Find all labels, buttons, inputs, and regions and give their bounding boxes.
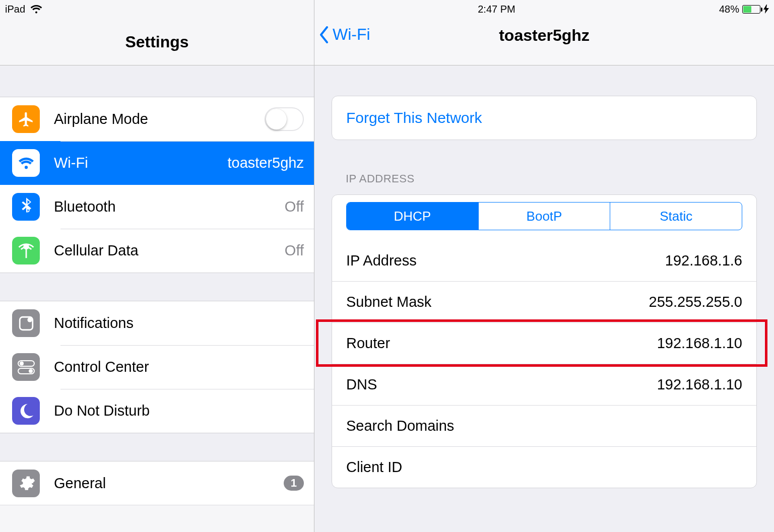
statusbar-left: iPad — [0, 0, 314, 18]
sidebar-item-notifications[interactable]: Notifications — [0, 301, 314, 345]
airplane-icon — [12, 105, 40, 133]
control-center-icon — [12, 353, 40, 381]
wifi-signal-icon — [30, 5, 42, 14]
airplane-mode-toggle[interactable] — [265, 107, 304, 131]
ip-row-value: 192.168.1.10 — [657, 376, 742, 393]
sidebar-item-label: Airplane Mode — [54, 111, 265, 127]
sidebar-item-label: Do Not Disturb — [54, 403, 304, 419]
app-root: iPad Settings Airplane Mode Wi-Fi — [0, 0, 774, 532]
ip-row-label: Subnet Mask — [346, 294, 431, 310]
sidebar-item-cellular-data[interactable]: Cellular Data Off — [0, 229, 314, 273]
forget-network-card: Forget This Network — [332, 96, 757, 140]
svg-point-3 — [20, 361, 24, 365]
wifi-icon — [12, 149, 40, 177]
sidebar-item-label: Notifications — [54, 315, 304, 331]
sidebar-item-label: Cellular Data — [54, 242, 285, 259]
ip-row-search-domains[interactable]: Search Domains — [332, 405, 756, 446]
sidebar-item-control-center[interactable]: Control Center — [0, 345, 314, 389]
ip-row-client-id[interactable]: Client ID — [332, 446, 756, 488]
segment-dhcp[interactable]: DHCP — [347, 203, 478, 230]
sidebar-item-bluetooth[interactable]: Bluetooth Off — [0, 185, 314, 229]
group-spacer — [0, 65, 314, 97]
sidebar-item-general[interactable]: General 1 — [0, 461, 314, 505]
battery-icon — [742, 5, 760, 14]
sidebar-item-label: Control Center — [54, 359, 304, 375]
sidebar-item-trailing: Off — [285, 198, 304, 215]
statusbar-time: 2:47 PM — [274, 4, 719, 15]
ip-row-label: Router — [346, 335, 390, 352]
ip-row-value: 192.168.1.10 — [657, 335, 742, 352]
sidebar: iPad Settings Airplane Mode Wi-Fi — [0, 0, 314, 532]
notifications-icon — [12, 309, 40, 337]
sidebar-item-airplane-mode[interactable]: Airplane Mode — [0, 97, 314, 141]
do-not-disturb-icon — [12, 397, 40, 425]
charging-icon — [763, 5, 769, 14]
ip-row-label: Search Domains — [346, 418, 454, 434]
ip-row-dns[interactable]: DNS 192.168.1.10 — [332, 364, 756, 405]
ip-mode-segmented-control[interactable]: DHCP BootP Static — [346, 202, 742, 230]
ip-row-label: IP Address — [346, 252, 417, 269]
sidebar-title: Settings — [0, 18, 314, 65]
sidebar-group-0: Airplane Mode Wi-Fi toaster5ghz Bluetoot… — [0, 97, 314, 273]
ip-row-value: 255.255.255.0 — [649, 294, 742, 310]
sidebar-item-do-not-disturb[interactable]: Do Not Disturb — [0, 389, 314, 433]
device-name: iPad — [5, 4, 25, 15]
sidebar-item-trailing: toaster5ghz — [227, 155, 304, 171]
sidebar-group-2: General 1 — [0, 461, 314, 505]
sidebar-group-1: Notifications Control Center Do Not Dist… — [0, 301, 314, 433]
battery-fill — [743, 6, 751, 13]
statusbar-right: 2:47 PM 48% — [314, 0, 774, 18]
sidebar-item-label: General — [54, 475, 284, 492]
bluetooth-icon — [12, 193, 40, 221]
segment-static[interactable]: Static — [610, 203, 742, 230]
battery-percent: 48% — [719, 4, 739, 15]
sidebar-item-wifi[interactable]: Wi-Fi toaster5ghz — [0, 141, 314, 185]
general-badge: 1 — [284, 476, 304, 491]
ip-row-label: Client ID — [346, 459, 402, 476]
ip-address-section-label: IP ADDRESS — [346, 172, 757, 185]
detail-title: toaster5ghz — [314, 26, 774, 45]
svg-point-5 — [29, 369, 33, 373]
ip-row-value: 192.168.1.6 — [665, 252, 742, 269]
ip-row-subnet-mask[interactable]: Subnet Mask 255.255.255.0 — [332, 281, 756, 322]
forget-network-button[interactable]: Forget This Network — [332, 96, 756, 140]
general-icon — [12, 470, 40, 497]
detail-content: Forget This Network IP ADDRESS DHCP Boot… — [314, 96, 774, 488]
cellular-icon — [12, 237, 40, 264]
detail-pane: 2:47 PM 48% Wi-Fi toaster5ghz Forget Thi… — [314, 0, 774, 532]
ip-row-ip-address[interactable]: IP Address 192.168.1.6 — [332, 240, 756, 281]
sidebar-item-label: Wi-Fi — [54, 155, 227, 171]
group-spacer — [0, 273, 314, 301]
svg-point-1 — [27, 317, 32, 322]
sidebar-item-label: Bluetooth — [54, 198, 285, 215]
group-spacer — [0, 433, 314, 461]
ip-row-label: DNS — [346, 376, 377, 393]
ip-row-router[interactable]: Router 192.168.1.10 — [332, 322, 756, 364]
segment-bootp[interactable]: BootP — [478, 203, 610, 230]
sidebar-item-trailing: Off — [285, 242, 304, 259]
ip-address-card: DHCP BootP Static IP Address 192.168.1.6… — [332, 194, 757, 488]
